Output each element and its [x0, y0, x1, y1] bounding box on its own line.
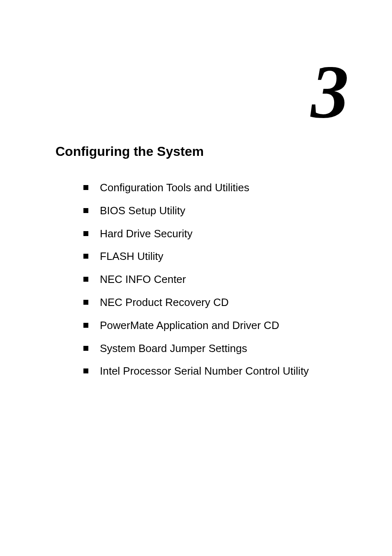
list-item: NEC Product Recovery CD — [83, 296, 349, 310]
square-bullet-icon — [83, 368, 88, 373]
square-bullet-icon — [83, 277, 88, 282]
list-item: BIOS Setup Utility — [83, 204, 349, 218]
chapter-number: 3 — [311, 53, 349, 130]
square-bullet-icon — [83, 185, 88, 190]
topic-label: BIOS Setup Utility — [100, 204, 185, 218]
square-bullet-icon — [83, 208, 88, 213]
square-bullet-icon — [83, 323, 88, 328]
list-item: Intel Processor Serial Number Control Ut… — [83, 364, 349, 378]
topic-label: Hard Drive Security — [100, 227, 192, 241]
square-bullet-icon — [83, 300, 88, 305]
square-bullet-icon — [83, 231, 88, 236]
topic-label: NEC INFO Center — [100, 273, 186, 287]
list-item: Hard Drive Security — [83, 227, 349, 241]
topic-label: System Board Jumper Settings — [100, 342, 247, 356]
topic-label: Intel Processor Serial Number Control Ut… — [100, 364, 309, 378]
topic-label: Configuration Tools and Utilities — [100, 181, 249, 195]
square-bullet-icon — [83, 254, 88, 259]
chapter-title: Configuring the System — [55, 144, 204, 159]
topic-label: PowerMate Application and Driver CD — [100, 319, 279, 333]
topic-list: Configuration Tools and Utilities BIOS S… — [83, 181, 349, 387]
topic-label: NEC Product Recovery CD — [100, 296, 229, 310]
list-item: FLASH Utility — [83, 250, 349, 264]
topic-label: FLASH Utility — [100, 250, 164, 264]
list-item: Configuration Tools and Utilities — [83, 181, 349, 195]
list-item: NEC INFO Center — [83, 273, 349, 287]
list-item: PowerMate Application and Driver CD — [83, 319, 349, 333]
square-bullet-icon — [83, 346, 88, 351]
list-item: System Board Jumper Settings — [83, 342, 349, 356]
